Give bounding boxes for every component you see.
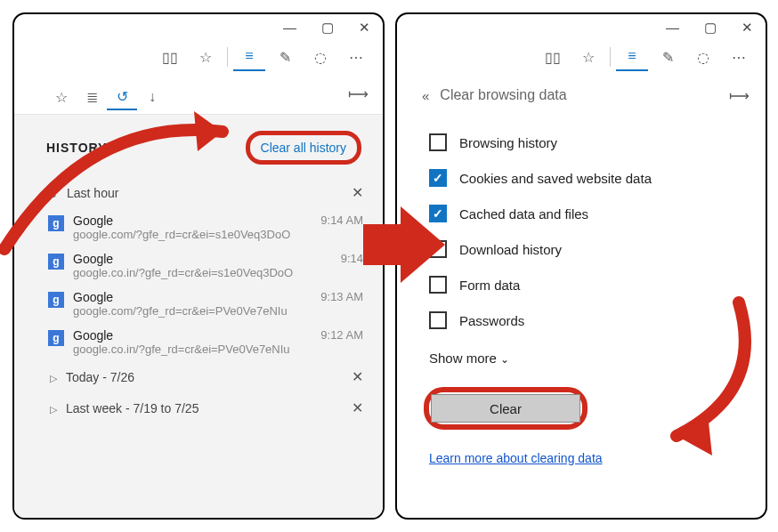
checkbox[interactable]: ✓: [429, 205, 447, 222]
section-label: Last hour: [67, 186, 118, 200]
clear-option[interactable]: Download history: [429, 231, 766, 267]
section-last-hour[interactable]: ⌄Last hour ✕: [14, 177, 383, 208]
checkbox[interactable]: [429, 311, 447, 329]
clear-button[interactable]: Clear: [431, 394, 580, 423]
show-more-label: Show more: [429, 351, 497, 366]
google-favicon: g: [48, 215, 64, 231]
google-favicon: g: [48, 330, 64, 346]
history-entry[interactable]: gGooglegoogle.co.in/?gfe_rd=cr&ei=PVe0Ve…: [14, 323, 383, 361]
entry-title: Google: [73, 214, 306, 228]
section-label: Today - 7/26: [66, 370, 134, 384]
option-label: Browsing history: [459, 135, 557, 150]
hub-readinglist-icon[interactable]: ≣: [77, 84, 107, 110]
pin-icon[interactable]: ⟼: [348, 85, 369, 102]
more-icon[interactable]: ⋯: [723, 43, 755, 71]
hub-history-icon[interactable]: ↺: [107, 84, 137, 110]
entry-text: Googlegoogle.com/?gfe_rd=cr&ei=s1e0Veq3D…: [73, 214, 306, 241]
hub-icon[interactable]: ≡: [233, 43, 265, 71]
checkbox[interactable]: [429, 276, 447, 294]
chevron-right-icon: ▷: [50, 404, 57, 415]
hub-tabs: ☆ ≣ ↺ ↓ ⟼: [14, 78, 383, 115]
pin-icon[interactable]: ⟼: [729, 87, 750, 104]
option-label: Cookies and saved website data: [459, 171, 652, 186]
close-button[interactable]: ✕: [742, 20, 753, 39]
entry-url: google.com/?gfe_rd=cr&ei=s1e0Veq3DoO: [73, 228, 306, 241]
clear-data-title: Clear browsing data: [440, 87, 566, 103]
browser-toolbar: ▯▯ ☆ ≡ ✎ ◌ ⋯: [14, 39, 383, 78]
entry-time: 9:14 AM: [315, 214, 363, 227]
toolbar-separator: [610, 47, 611, 67]
entry-text: Googlegoogle.com/?gfe_rd=cr&ei=PVe0Ve7eN…: [73, 290, 306, 318]
share-icon[interactable]: ◌: [687, 43, 719, 71]
entry-time: 9:13 AM: [315, 290, 363, 303]
entry-text: Googlegoogle.co.in/?gfe_rd=cr&ei=s1e0Veq…: [73, 252, 327, 279]
clear-data-options: Browsing history✓Cookies and saved websi…: [397, 109, 766, 338]
checkbox[interactable]: [429, 240, 447, 258]
option-label: Cached data and files: [459, 206, 588, 222]
section-today[interactable]: ▷Today - 7/26 ✕: [14, 361, 383, 392]
entry-url: google.co.in/?gfe_rd=cr&ei=PVe0Ve7eNIu: [73, 343, 306, 356]
delete-section-icon[interactable]: ✕: [352, 368, 363, 385]
minimize-button[interactable]: —: [666, 20, 679, 39]
hub-favorites-icon[interactable]: ☆: [46, 84, 77, 110]
history-entry[interactable]: gGooglegoogle.com/?gfe_rd=cr&ei=s1e0Veq3…: [14, 208, 383, 246]
section-last-week[interactable]: ▷Last week - 7/19 to 7/25 ✕: [14, 392, 383, 423]
option-label: Download history: [459, 242, 562, 257]
entry-title: Google: [73, 252, 327, 266]
minimize-button[interactable]: —: [283, 20, 296, 39]
checkbox[interactable]: [429, 133, 447, 151]
clear-option[interactable]: ✓Cookies and saved website data: [429, 160, 766, 196]
share-icon[interactable]: ◌: [304, 43, 336, 71]
favorites-icon[interactable]: ☆: [190, 43, 222, 71]
delete-section-icon[interactable]: ✕: [352, 399, 363, 416]
favorites-icon[interactable]: ☆: [572, 43, 604, 71]
clear-all-history-link[interactable]: Clear all history: [246, 131, 361, 165]
webnote-icon[interactable]: ✎: [269, 43, 301, 71]
google-favicon: g: [48, 292, 64, 308]
back-icon[interactable]: «: [422, 88, 429, 103]
reading-view-icon[interactable]: ▯▯: [537, 43, 569, 71]
clear-button-highlight: Clear: [424, 387, 588, 430]
hub-downloads-icon[interactable]: ↓: [137, 84, 167, 110]
entry-time: 9:12 AM: [315, 328, 363, 342]
maximize-button[interactable]: ▢: [321, 20, 334, 39]
more-icon[interactable]: ⋯: [340, 43, 372, 71]
clear-option[interactable]: Browsing history: [429, 125, 766, 160]
maximize-button[interactable]: ▢: [704, 20, 717, 39]
window-controls: — ▢ ✕: [397, 14, 766, 39]
clear-option[interactable]: ✓Cached data and files: [429, 196, 766, 231]
clear-option[interactable]: Form data: [429, 267, 766, 302]
reading-view-icon[interactable]: ▯▯: [154, 43, 186, 71]
checkbox[interactable]: ✓: [429, 169, 447, 187]
entry-text: Googlegoogle.co.in/?gfe_rd=cr&ei=PVe0Ve7…: [73, 328, 306, 356]
clear-option[interactable]: Passwords: [429, 302, 766, 338]
clear-browsing-data-panel: — ▢ ✕ ▯▯ ☆ ≡ ✎ ◌ ⋯ « Clear browsing data…: [395, 12, 767, 520]
history-title: HISTORY: [46, 141, 107, 155]
hub-icon[interactable]: ≡: [616, 43, 648, 71]
entry-title: Google: [73, 290, 306, 304]
entry-title: Google: [73, 328, 306, 343]
history-entry[interactable]: gGooglegoogle.com/?gfe_rd=cr&ei=PVe0Ve7e…: [14, 285, 383, 323]
entry-url: google.co.in/?gfe_rd=cr&ei=s1e0Veq3DoO: [73, 266, 327, 279]
window-controls: — ▢ ✕: [14, 14, 383, 39]
option-label: Form data: [459, 278, 520, 293]
history-entry[interactable]: gGooglegoogle.co.in/?gfe_rd=cr&ei=s1e0Ve…: [14, 246, 383, 285]
learn-more-link[interactable]: Learn more about clearing data: [397, 430, 766, 465]
entry-url: google.com/?gfe_rd=cr&ei=PVe0Ve7eNIu: [73, 304, 306, 318]
chevron-right-icon: ▷: [50, 373, 57, 383]
chevron-down-icon: ⌄: [50, 189, 58, 199]
close-button[interactable]: ✕: [359, 20, 370, 39]
browser-toolbar: ▯▯ ☆ ≡ ✎ ◌ ⋯: [397, 39, 766, 78]
show-more-link[interactable]: Show more⌄: [397, 338, 766, 387]
chevron-down-icon: ⌄: [500, 353, 509, 366]
history-body: HISTORY Clear all history ⌄Last hour ✕ g…: [14, 115, 383, 520]
option-label: Passwords: [459, 313, 524, 328]
section-label: Last week - 7/19 to 7/25: [66, 401, 199, 415]
google-favicon: g: [48, 254, 64, 270]
webnote-icon[interactable]: ✎: [652, 43, 684, 71]
clear-data-header: « Clear browsing data ⟼: [397, 78, 766, 109]
history-panel: — ▢ ✕ ▯▯ ☆ ≡ ✎ ◌ ⋯ ☆ ≣ ↺ ↓ ⟼ HISTORY Cle…: [12, 12, 385, 520]
entry-time: 9:14: [336, 252, 363, 265]
toolbar-separator: [227, 47, 228, 67]
delete-section-icon[interactable]: ✕: [352, 184, 363, 201]
